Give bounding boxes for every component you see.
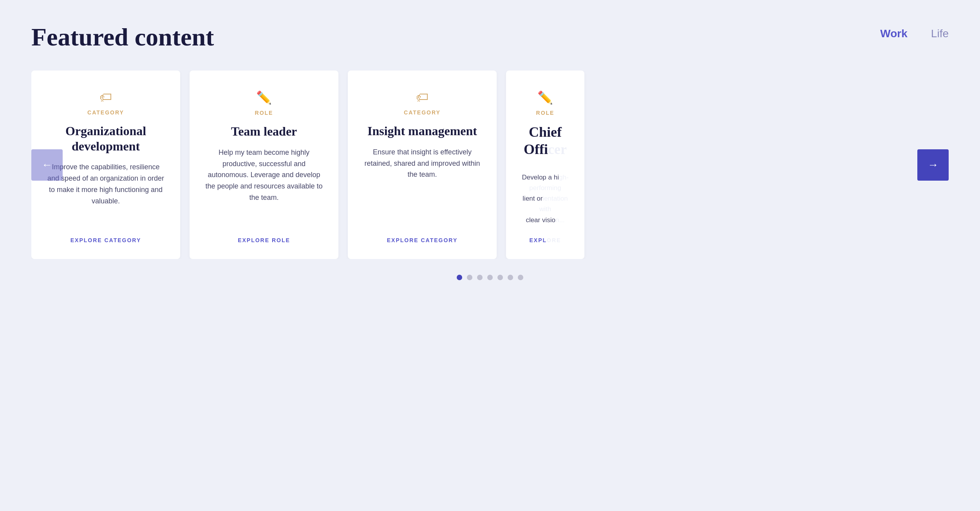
card-2-description: Help my team become highly productive, s… [205, 147, 323, 225]
card-2: ✏️ ROLE Team leader Help my team become … [190, 71, 338, 259]
next-button[interactable]: → [917, 149, 949, 181]
next-arrow-icon: → [928, 159, 938, 171]
card-2-type: ROLE [255, 110, 273, 116]
dot-3[interactable] [477, 275, 483, 280]
card-4-description: Develop a high-performinglient orientati… [522, 172, 569, 225]
card-4-icon: ✏️ [537, 90, 553, 105]
nav-life[interactable]: Life [931, 27, 949, 40]
card-1-icon: 🏷 [99, 90, 112, 105]
dot-5[interactable] [497, 275, 503, 280]
card-wrapper: ← 🏷 CATEGORY Organizational development … [31, 71, 949, 259]
card-2-icon: ✏️ [256, 90, 272, 105]
card-3-title: Insight management [367, 123, 477, 138]
page-title: Featured content [31, 24, 214, 51]
dot-1[interactable] [457, 275, 462, 280]
card-4-link[interactable]: EXPLORE [530, 237, 561, 243]
dot-7[interactable] [518, 275, 523, 280]
card-1-type: CATEGORY [87, 109, 124, 116]
card-1-title: Organizational development [47, 123, 165, 154]
dots-container [31, 275, 949, 280]
card-2-link[interactable]: EXPLORE ROLE [238, 237, 290, 243]
card-3-description: Ensure that insight is effectively retai… [363, 147, 481, 225]
nav-work[interactable]: Work [880, 27, 908, 40]
card-4-title: Chief Officer [522, 124, 569, 158]
prev-arrow-icon: ← [42, 159, 52, 171]
card-3-icon: 🏷 [416, 90, 429, 105]
prev-button[interactable]: ← [31, 149, 63, 181]
dot-2[interactable] [467, 275, 472, 280]
nav-links: Work Life [880, 24, 949, 40]
dot-4[interactable] [487, 275, 493, 280]
card-3-type: CATEGORY [404, 109, 441, 116]
header-row: Featured content Work Life [31, 24, 949, 51]
page-container: Featured content Work Life ← 🏷 CATEGORY … [0, 0, 980, 511]
card-3-link[interactable]: EXPLORE CATEGORY [387, 237, 458, 243]
dot-6[interactable] [508, 275, 513, 280]
card-1-link[interactable]: EXPLORE CATEGORY [71, 237, 141, 243]
cards-container: 🏷 CATEGORY Organizational development Im… [31, 71, 949, 259]
card-3: 🏷 CATEGORY Insight management Ensure tha… [348, 71, 497, 259]
card-4-type: ROLE [536, 110, 555, 116]
card-4-partial: ✏️ ROLE Chief Officer Develop a high-per… [506, 71, 584, 259]
card-2-title: Team leader [231, 124, 297, 139]
card-1-description: Improve the capabilities, resilience and… [47, 161, 165, 225]
